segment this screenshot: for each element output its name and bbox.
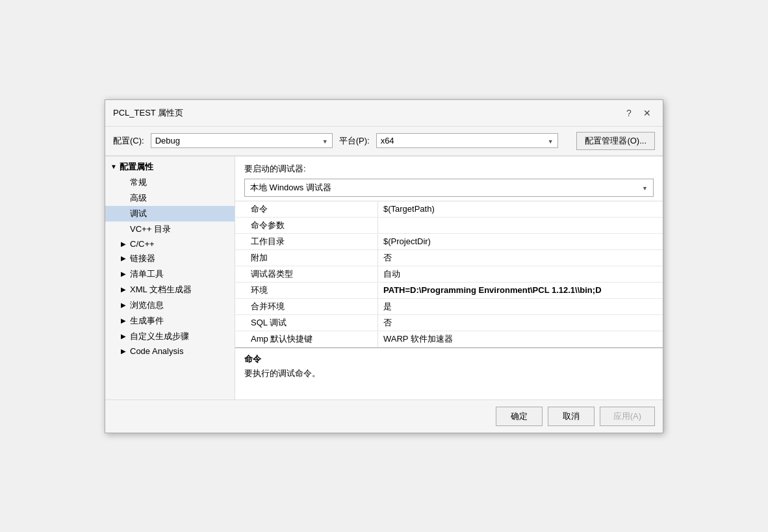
prop-value: $(ProjectDir): [378, 234, 663, 248]
sidebar-item-label: Code Analysis: [130, 346, 183, 356]
content-area: 要启动的调试器: 本地 Windows 调试器 命令$(TargetPath)命…: [235, 157, 663, 399]
sidebar-item-label: 常规: [130, 177, 147, 188]
debugger-dropdown[interactable]: 本地 Windows 调试器: [244, 179, 654, 197]
sidebar: ▼配置属性常规高级调试VC++ 目录▶C/C++▶链接器▶清单工具▶XML 文档…: [105, 157, 235, 399]
sidebar-item-config-props[interactable]: ▼配置属性: [105, 159, 235, 175]
prop-name: 命令参数: [235, 218, 378, 233]
prop-name: 命令: [235, 201, 378, 217]
expand-arrow-icon: ▶: [121, 301, 127, 309]
sidebar-item-build-events[interactable]: ▶生成事件: [105, 313, 235, 329]
sidebar-item-label: 高级: [130, 192, 147, 204]
config-manager-button[interactable]: 配置管理器(O)...: [576, 132, 655, 150]
sidebar-item-label: 生成事件: [130, 315, 164, 327]
prop-value: WARP 软件加速器: [378, 331, 663, 347]
config-bar: 配置(C): Debug 平台(P): x64 配置管理器(O)...: [105, 127, 663, 156]
table-row[interactable]: 工作目录$(ProjectDir): [235, 234, 663, 250]
platform-chevron-icon: [548, 136, 554, 146]
table-row[interactable]: 环境PATH=D:\Programming Environment\PCL 1.…: [235, 283, 663, 299]
prop-value: 否: [378, 315, 663, 331]
debugger-value: 本地 Windows 调试器: [250, 182, 331, 194]
dialog-title: PCL_TEST 属性页: [113, 107, 183, 119]
title-bar: PCL_TEST 属性页 ? ✕: [105, 100, 663, 127]
config-label: 配置(C):: [113, 135, 144, 147]
sidebar-item-label: 浏览信息: [130, 299, 164, 311]
debugger-label: 要启动的调试器:: [244, 163, 654, 175]
sidebar-item-vc-dirs[interactable]: VC++ 目录: [105, 222, 235, 237]
properties-table: 命令$(TargetPath)命令参数工作目录$(ProjectDir)附加否调…: [235, 201, 663, 348]
prop-value: $(TargetPath): [378, 202, 663, 216]
footer: 确定 取消 应用(A): [105, 399, 663, 433]
description-text: 要执行的调试命令。: [244, 368, 654, 379]
prop-value: 是: [378, 299, 663, 314]
table-row[interactable]: 附加否: [235, 250, 663, 266]
platform-dropdown[interactable]: x64: [376, 133, 558, 148]
prop-name: 附加: [235, 250, 378, 266]
expand-arrow-icon: ▶: [121, 255, 127, 262]
platform-label: 平台(P):: [339, 135, 370, 147]
expand-arrow-icon: ▶: [121, 333, 127, 340]
table-row[interactable]: 调试器类型自动: [235, 266, 663, 283]
sidebar-item-advanced[interactable]: 高级: [105, 190, 235, 206]
expand-arrow-icon: ▶: [121, 240, 127, 247]
prop-name: 工作目录: [235, 234, 378, 249]
description-title: 命令: [244, 353, 654, 365]
sidebar-item-label: 自定义生成步骤: [130, 331, 189, 342]
prop-value: 自动: [378, 266, 663, 282]
sidebar-item-general[interactable]: 常规: [105, 175, 235, 190]
description-area: 命令 要执行的调试命令。: [235, 348, 663, 399]
sidebar-item-label: VC++ 目录: [130, 223, 171, 235]
sidebar-item-label: 清单工具: [130, 268, 164, 280]
main-area: ▼配置属性常规高级调试VC++ 目录▶C/C++▶链接器▶清单工具▶XML 文档…: [105, 156, 663, 399]
expand-arrow-icon: ▶: [121, 348, 127, 355]
sidebar-item-cpp[interactable]: ▶C/C++: [105, 237, 235, 251]
sidebar-item-custom-steps[interactable]: ▶自定义生成步骤: [105, 329, 235, 344]
expand-arrow-icon: ▶: [121, 270, 127, 277]
table-row[interactable]: Amp 默认快捷键WARP 软件加速器: [235, 331, 663, 348]
config-chevron-icon: [322, 136, 328, 146]
sidebar-item-linker[interactable]: ▶链接器: [105, 251, 235, 266]
ok-button[interactable]: 确定: [496, 407, 543, 426]
sidebar-item-xml-gen[interactable]: ▶XML 文档生成器: [105, 282, 235, 298]
debugger-chevron-icon: [642, 183, 648, 192]
prop-name: 调试器类型: [235, 266, 378, 282]
sidebar-item-label: 链接器: [130, 253, 155, 264]
cancel-button[interactable]: 取消: [548, 407, 595, 426]
table-row[interactable]: 命令$(TargetPath): [235, 201, 663, 218]
sidebar-item-manifest[interactable]: ▶清单工具: [105, 266, 235, 282]
sidebar-item-label: 配置属性: [120, 161, 153, 173]
sidebar-item-label: XML 文档生成器: [130, 284, 192, 296]
properties-dialog: PCL_TEST 属性页 ? ✕ 配置(C): Debug 平台(P): x64…: [105, 99, 663, 433]
sidebar-item-browse[interactable]: ▶浏览信息: [105, 298, 235, 313]
close-button[interactable]: ✕: [639, 105, 655, 121]
title-bar-buttons: ? ✕: [621, 105, 655, 121]
expand-arrow-icon: ▶: [121, 317, 127, 324]
sidebar-item-code-analysis[interactable]: ▶Code Analysis: [105, 344, 235, 358]
help-button[interactable]: ?: [621, 105, 637, 121]
expand-arrow-icon: ▶: [121, 286, 127, 293]
expand-arrow-icon: ▼: [110, 163, 117, 170]
table-row[interactable]: 合并环境是: [235, 299, 663, 315]
prop-name: Amp 默认快捷键: [235, 331, 378, 347]
table-row[interactable]: 命令参数: [235, 218, 663, 234]
debugger-section: 要启动的调试器: 本地 Windows 调试器: [235, 157, 663, 201]
prop-name: SQL 调试: [235, 315, 378, 331]
prop-value: [378, 223, 663, 227]
prop-value: PATH=D:\Programming Environment\PCL 1.12…: [378, 283, 663, 297]
apply-button[interactable]: 应用(A): [600, 407, 655, 426]
prop-name: 合并环境: [235, 299, 378, 314]
sidebar-item-debug[interactable]: 调试: [105, 206, 235, 222]
sidebar-item-label: C/C++: [130, 239, 155, 249]
prop-value: 否: [378, 250, 663, 266]
prop-name: 环境: [235, 283, 378, 298]
config-dropdown[interactable]: Debug: [151, 133, 333, 148]
table-row[interactable]: SQL 调试否: [235, 315, 663, 331]
sidebar-item-label: 调试: [130, 208, 147, 220]
